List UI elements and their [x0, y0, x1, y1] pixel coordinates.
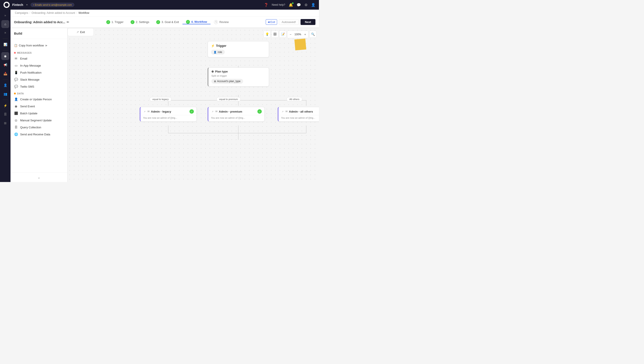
zoom-out-button[interactable]: − — [288, 31, 294, 38]
email-premium-title: Admin - premium — [219, 110, 256, 113]
nav-messages[interactable]: 📢 — [1, 61, 9, 69]
breadcrumb-onboarding[interactable]: Onboarding: Admin added to Account — [32, 12, 75, 14]
search-tool[interactable]: 🔍 — [309, 31, 316, 38]
edit-icon[interactable]: ✏ — [66, 20, 69, 24]
subheader-actions: ◀ Exit Autosaved! Next — [266, 19, 316, 25]
content-area: Campaigns / Onboarding: Admin added to A… — [10, 10, 319, 182]
copy-arrow-icon: ▶ — [46, 44, 47, 47]
build-item-push[interactable]: 📱 Push Notification — [10, 69, 67, 76]
build-item-query[interactable]: 🗄 Query Collection — [10, 124, 67, 131]
step-trigger[interactable]: ✓ 1. Trigger — [103, 20, 127, 24]
exit-button[interactable]: ◀ Exit — [266, 19, 277, 25]
split-node[interactable]: ⊕ Plan type Split on trigger ⊞ Account's… — [208, 68, 269, 86]
segment-icon: ◎ — [14, 118, 18, 122]
step-goal-exit[interactable]: ✓ 3. Goal & Exit — [153, 20, 182, 24]
email-node-others[interactable]: ↗ ✉ Admin - all others ✓ You are now an … — [278, 107, 319, 122]
workflow-title: Onboarding: Admin added to Acc... ✏ — [14, 20, 69, 24]
user-icon[interactable]: 👤 — [311, 3, 316, 7]
exit-node[interactable]: ↗ Exit — [68, 28, 94, 36]
nav-database[interactable]: 🗄 — [1, 110, 9, 118]
workflow-canvas[interactable]: 💡 🖼 📝 − 100% + 🔍 — [68, 28, 319, 182]
ext-icon-others[interactable]: ↗ — [281, 110, 284, 113]
query-icon: 🗄 — [14, 125, 18, 129]
trigger-node[interactable]: ⚡ Trigger 👤 role — [208, 41, 269, 58]
nav-campaigns[interactable]: ◉ — [1, 52, 9, 60]
nav-people[interactable]: 👤 — [1, 81, 9, 89]
build-panel-footer: ⌄ — [10, 172, 67, 182]
email-legacy-title: Admin - legacy — [151, 110, 188, 113]
build-item-batch-update[interactable]: ⬛ Batch Update — [10, 110, 67, 117]
email-others-header: ↗ ✉ Admin - all others ✓ — [278, 107, 319, 115]
step-check-2: ✓ — [130, 20, 134, 24]
nav-inbox[interactable]: 📥 — [1, 70, 9, 78]
image-tool[interactable]: 🖼 — [272, 31, 278, 38]
email-premium-body: You are now an admin of {{trig... — [208, 115, 264, 121]
step-3-label: 3. Goal & Exit — [162, 20, 179, 24]
email-node-premium[interactable]: ↗ ✉ Admin - premium ✓ You are now an adm… — [208, 107, 264, 122]
build-item-manual-segment[interactable]: ◎ Manual Segment Update — [10, 117, 67, 124]
data-section-label: DATA — [10, 90, 67, 96]
step-settings[interactable]: ✓ 2. Settings — [127, 20, 153, 24]
connectors-svg — [68, 28, 319, 182]
tag-label: role — [218, 50, 222, 54]
nav-table[interactable]: ⊞ — [1, 119, 9, 127]
build-item-send-event[interactable]: ◉ Send Event — [10, 103, 67, 110]
split-tag[interactable]: ⊞ Account's plan_type — [212, 79, 243, 84]
settings-icon[interactable]: ⚙ — [304, 3, 308, 7]
note-tool[interactable]: 📝 — [279, 31, 286, 38]
email-icon-legacy: ✉ — [148, 110, 150, 113]
nav-analytics[interactable]: 📊 — [1, 40, 9, 48]
nav-close[interactable]: ✕ — [1, 29, 9, 37]
logo[interactable] — [4, 2, 10, 8]
split-icon: ⊕ — [212, 70, 214, 73]
autosaved-indicator: Autosaved! — [279, 19, 299, 25]
ext-icon-legacy[interactable]: ↗ — [143, 110, 146, 113]
build-item-inapp[interactable]: ▭ In-App Message — [10, 62, 67, 69]
next-button[interactable]: Next — [300, 19, 316, 25]
email-premium-check: ✓ — [258, 109, 262, 114]
sticky-note[interactable] — [294, 38, 306, 50]
step-1-label: 1. Trigger — [112, 20, 124, 24]
build-item-email[interactable]: ✉ Email — [10, 55, 67, 62]
nav-home[interactable]: ⌂ — [1, 20, 9, 28]
copy-from-workflow[interactable]: 📋 Copy from workflow ▶ — [14, 42, 64, 48]
step-review[interactable]: 5 Review — [210, 20, 232, 24]
expand-icon[interactable]: ⌄ — [38, 175, 40, 179]
exit-icon: ↗ — [76, 30, 79, 34]
push-icon: 📱 — [14, 70, 18, 74]
help-icon[interactable]: ❓ — [264, 3, 268, 7]
email-legacy-header: ↗ ✉ Admin - legacy ✓ — [140, 107, 196, 115]
step-workflow[interactable]: ✓ 4. Workflow — [182, 20, 211, 24]
email-node-legacy[interactable]: ↗ ✉ Admin - legacy ✓ You are now an admi… — [140, 107, 197, 122]
nav-contacts[interactable]: 👥 — [1, 90, 9, 98]
ext-icon-premium[interactable]: ↗ — [211, 110, 214, 113]
build-item-send-receive[interactable]: 🌐 Send and Receive Data — [10, 131, 67, 138]
step-5-label: Review — [219, 20, 229, 24]
chat-icon[interactable]: 💬 — [296, 3, 301, 7]
build-item-create-person[interactable]: 👤 Create or Update Person — [10, 96, 67, 103]
build-panel: Build 📋 Copy from workflow ▶ MESSAGES — [10, 28, 68, 182]
build-panel-body: 📋 Copy from workflow ▶ MESSAGES ✉ Email — [10, 39, 67, 172]
build-item-slack[interactable]: 💬 Slack Message — [10, 76, 67, 83]
nav-expand[interactable]: » — [1, 12, 9, 19]
breadcrumb-campaigns[interactable]: Campaigns — [15, 12, 28, 14]
nav-activity[interactable]: ⚡ — [1, 102, 9, 110]
zoom-control: − 100% + — [287, 31, 308, 38]
nav-divider — [3, 38, 8, 39]
subheader-container: Campaigns / Onboarding: Admin added to A… — [10, 10, 319, 28]
tag-icon: 👤 — [214, 51, 217, 54]
step-check-1: ✓ — [106, 20, 110, 24]
build-panel-title: Build — [10, 28, 67, 39]
brand-name: Fintech — [12, 3, 23, 6]
trigger-tag[interactable]: 👤 role — [211, 50, 225, 54]
exit-label: Exit — [80, 30, 85, 34]
split-header: ⊕ Plan type — [208, 68, 269, 74]
build-item-twilio[interactable]: 💬 Twilio SMS — [10, 83, 67, 90]
zoom-in-button[interactable]: + — [302, 31, 308, 38]
badge-text: Emails send to ami@example.com — [35, 4, 72, 6]
email-badge[interactable]: Emails send to ami@example.com — [31, 3, 74, 7]
step-4-label: 4. Workflow — [191, 20, 207, 24]
slack-icon: 💬 — [14, 78, 18, 82]
idea-tool[interactable]: 💡 — [264, 31, 270, 38]
bell-icon[interactable]: 🔔 — [289, 3, 293, 7]
